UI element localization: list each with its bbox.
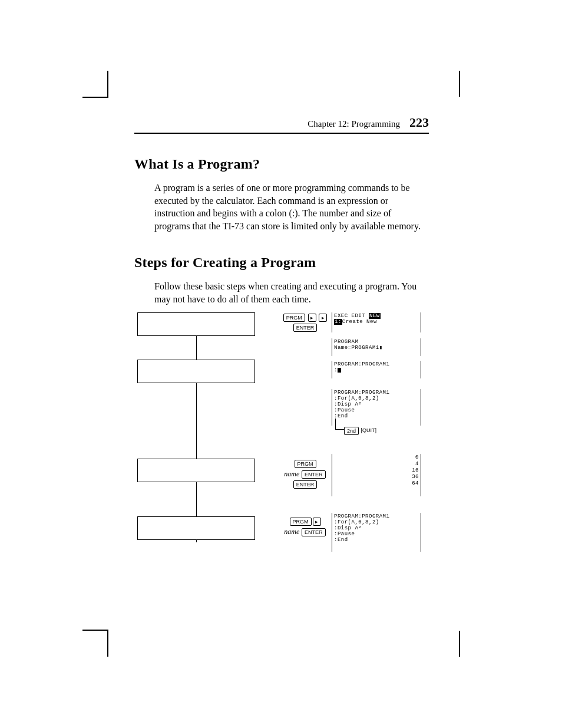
- screen-blank-editor: PROGRAM:PROGRAM1 :: [332, 361, 421, 378]
- cropmark: [82, 630, 108, 631]
- param-name: name: [284, 528, 299, 536]
- menu-new-highlight: NEW: [369, 313, 381, 319]
- keys-row-3: PRGM name ENTER ENTER: [273, 459, 338, 489]
- output-line: 4: [415, 461, 419, 467]
- key-right-icon: ▸: [313, 518, 321, 526]
- cropmark: [82, 97, 108, 98]
- screen-output: 0 4 16 36 64: [332, 454, 421, 496]
- flow-connector: [196, 324, 197, 542]
- step-box-1: [137, 312, 255, 336]
- page-number: 223: [409, 115, 429, 130]
- screen-text: PROGRAM:PROGRAM1: [334, 361, 389, 367]
- section-steps-body: Follow these basic steps when creating a…: [154, 280, 429, 305]
- param-name: name: [284, 470, 299, 478]
- running-head: Chapter 12: Programming 223: [134, 115, 429, 134]
- cropmark: [107, 71, 108, 97]
- screen-text: :Disp A²: [334, 401, 362, 407]
- key-quit: [QUIT]: [361, 427, 377, 433]
- key-right-icon: ▸: [319, 314, 327, 322]
- screen-text: :End: [334, 537, 348, 543]
- key-right-icon: ▸: [308, 314, 316, 322]
- flow-diagram: PRGM ▸ ▸ ENTER PRGM name ENTER ENTER PRG: [134, 312, 429, 560]
- screen-text: EXEC EDIT: [334, 313, 369, 319]
- key-enter: ENTER: [302, 470, 326, 479]
- screen-text: :For(A,0,8,2): [334, 519, 379, 525]
- quit-key-callout: 2nd [QUIT]: [343, 427, 376, 435]
- step-box-3: [137, 459, 255, 482]
- key-2nd: 2nd: [344, 427, 359, 435]
- key-prgm: PRGM: [295, 460, 316, 468]
- key-prgm: PRGM: [283, 314, 305, 322]
- step-box-4: [137, 516, 255, 540]
- cropmark: [459, 71, 460, 97]
- screen-text: Name=PROGRAM1: [334, 345, 379, 351]
- screen-text: :For(A,0,8,2): [334, 396, 379, 401]
- content-region: Chapter 12: Programming 223 What Is a Pr…: [134, 115, 429, 315]
- key-prgm: PRGM: [290, 518, 312, 526]
- cursor-icon: [338, 368, 341, 373]
- cropmark: [459, 631, 460, 657]
- section-steps-title: Steps for Creating a Program: [134, 255, 429, 271]
- output-line: 16: [412, 467, 419, 473]
- section-what-is-body: A program is a series of one or more pro…: [154, 182, 429, 232]
- screen-text: :Disp A²: [334, 525, 362, 531]
- flow-column: [137, 312, 255, 560]
- key-enter: ENTER: [293, 480, 318, 489]
- chapter-label: Chapter 12: Programming: [308, 119, 400, 129]
- screen-menu: EXEC EDIT NEW 1:Create New: [332, 312, 421, 332]
- key-enter: ENTER: [302, 528, 326, 536]
- keys-row-4: PRGM▸ name ENTER: [273, 516, 338, 537]
- screen-text: :Pause: [334, 531, 355, 537]
- output-line: 36: [412, 474, 419, 480]
- screen-text: PROGRAM: [334, 339, 358, 345]
- key-enter: ENTER: [293, 324, 318, 332]
- output-line: 64: [412, 480, 419, 486]
- keys-row-1: PRGM ▸ ▸ ENTER: [273, 312, 338, 332]
- section-what-is-title: What Is a Program?: [134, 156, 429, 172]
- output-line: 0: [415, 454, 419, 460]
- screen-text: PROGRAM:PROGRAM1: [334, 513, 389, 519]
- screen-text: :Pause: [334, 407, 355, 413]
- screen-program-listing: PROGRAM:PROGRAM1 :For(A,0,8,2) :Disp A² …: [332, 389, 421, 426]
- step-box-2: [137, 360, 255, 383]
- screen-program-listing-2: PROGRAM:PROGRAM1 :For(A,0,8,2) :Disp A² …: [332, 513, 421, 552]
- screen-name-prompt: PROGRAM Name=PROGRAM1▮: [332, 338, 421, 356]
- screen-text: Create New: [342, 319, 377, 325]
- screen-text: PROGRAM:PROGRAM1: [334, 390, 389, 396]
- cropmark: [107, 631, 108, 657]
- page: Chapter 12: Programming 223 What Is a Pr…: [0, 0, 562, 728]
- menu-index-highlight: 1:: [334, 319, 342, 325]
